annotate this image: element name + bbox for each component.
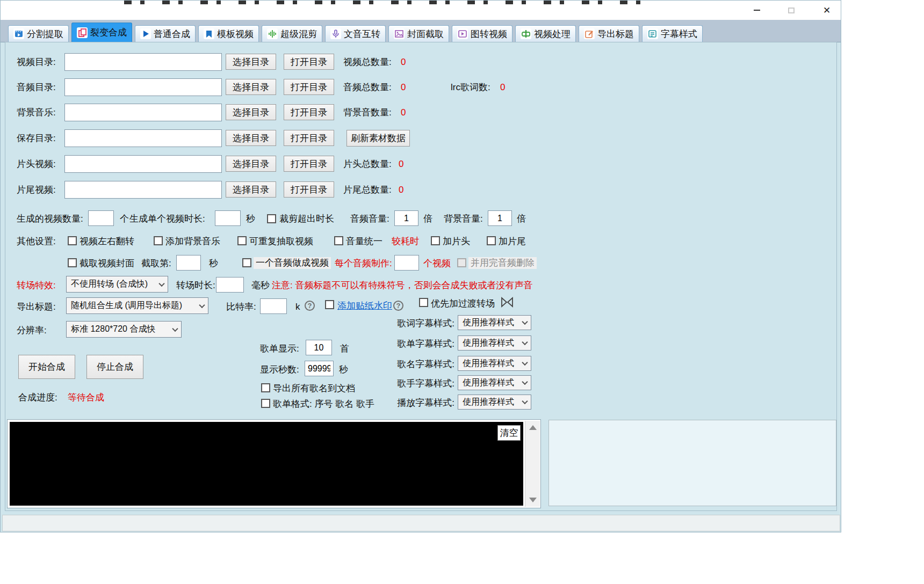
stop-compose-button[interactable]: 停止合成: [86, 355, 143, 379]
tab-cover-capture[interactable]: 封面截取: [388, 25, 449, 42]
tab-normal-compose[interactable]: 普通合成: [135, 25, 196, 42]
transition-dropdown[interactable]: 不使用转场 (合成快): [66, 276, 168, 293]
capture-cover-label: 截取视频封面: [80, 258, 134, 269]
scroll-down-icon[interactable]: [529, 498, 537, 502]
repeat-extract-checkbox[interactable]: [237, 236, 247, 245]
capture-cover-checkbox[interactable]: [68, 258, 77, 267]
playlist-show-unit: 首: [340, 344, 349, 354]
tab-video-process[interactable]: 视频处理: [515, 25, 576, 42]
scroll-up-icon[interactable]: [529, 425, 537, 430]
close-button[interactable]: ✕: [815, 3, 839, 18]
resolution-dropdown[interactable]: 标准 1280*720 合成快: [66, 321, 182, 338]
crop-overtime-checkbox[interactable]: [267, 214, 276, 223]
intro-dir-open-button[interactable]: 打开目录: [284, 156, 334, 172]
export-songnames-checkbox[interactable]: [261, 383, 270, 392]
tab-label: 文音互转: [344, 28, 380, 40]
flip-checkbox[interactable]: [68, 236, 77, 245]
audio-dir-select-button[interactable]: 选择目录: [226, 79, 276, 95]
clipped-title-artifact: [124, 1, 651, 4]
bitrate-input[interactable]: [260, 298, 287, 314]
add-intro-checkbox[interactable]: [431, 236, 440, 245]
bitrate-label: 比特率:: [226, 302, 256, 312]
tab-image-to-video[interactable]: 图转视频: [452, 25, 512, 42]
save-dir-input[interactable]: [64, 129, 222, 147]
intro-dir-input[interactable]: [64, 155, 222, 173]
tab-split-extract[interactable]: 分割提取: [8, 25, 69, 42]
maximize-button[interactable]: [779, 3, 803, 18]
sticker-watermark-link[interactable]: 添加贴纸水印: [337, 301, 392, 311]
singer-style-dropdown[interactable]: 使用推荐样式: [458, 375, 531, 390]
lyric-style-dropdown[interactable]: 使用推荐样式: [458, 315, 531, 330]
songname-style-dropdown[interactable]: 使用推荐样式: [458, 356, 531, 371]
copy-icon: [77, 27, 88, 38]
log-scrollbar[interactable]: [525, 421, 540, 507]
transition-duration-input[interactable]: [216, 277, 244, 293]
tab-export-title[interactable]: 导出标题: [579, 25, 639, 42]
audio-dir-open-button[interactable]: 打开目录: [284, 79, 334, 95]
bg-volume-input[interactable]: [488, 210, 512, 226]
audio-count-value: 0: [401, 82, 406, 93]
unify-volume-checkbox[interactable]: [334, 236, 343, 245]
sticker-help-icon[interactable]: ?: [393, 301, 403, 311]
bgm-count-label: 背景音数量:: [343, 107, 392, 118]
chevron-down-icon: [172, 325, 178, 331]
chevron-down-icon: [522, 360, 528, 366]
delete-used-audio-checkbox[interactable]: [457, 258, 466, 267]
capture-at-input[interactable]: [176, 255, 201, 271]
audio-volume-input[interactable]: [394, 210, 418, 226]
refresh-material-button[interactable]: 刷新素材数据: [346, 130, 410, 147]
tab-template-video[interactable]: 模板视频: [198, 25, 259, 42]
log-panel: 清空: [7, 419, 541, 508]
chevron-down-icon: [522, 398, 528, 404]
tab-fission-compose[interactable]: 裂变合成: [71, 23, 132, 42]
start-compose-button[interactable]: 开始合成: [18, 355, 75, 379]
bgm-dir-input[interactable]: [64, 104, 222, 121]
priority-transition-checkbox[interactable]: [419, 298, 428, 307]
playlist-style-value: 使用推荐样式: [463, 338, 514, 349]
play-style-dropdown[interactable]: 使用推荐样式: [458, 395, 531, 410]
save-dir-select-button[interactable]: 选择目录: [226, 130, 276, 146]
resolution-label: 分辨率:: [17, 325, 47, 336]
intro-count-value: 0: [399, 159, 403, 170]
playlist-format-checkbox[interactable]: [261, 399, 270, 408]
intro-dir-select-button[interactable]: 选择目录: [226, 156, 276, 172]
songname-style-value: 使用推荐样式: [463, 358, 514, 369]
one-audio-label: 一个音频做成视频: [254, 257, 331, 269]
outro-dir-select-button[interactable]: 选择目录: [226, 181, 276, 198]
chevron-down-icon: [522, 379, 528, 385]
gen-duration-input[interactable]: [215, 210, 241, 226]
per-audio-input[interactable]: [394, 255, 419, 271]
tab-label: 导出标题: [597, 28, 634, 40]
playlist-style-dropdown[interactable]: 使用推荐样式: [458, 335, 531, 351]
audio-dir-input[interactable]: [64, 78, 222, 96]
costly-note: 较耗时: [392, 236, 419, 247]
add-outro-checkbox[interactable]: [487, 236, 496, 245]
clear-log-button[interactable]: 清空: [497, 425, 521, 441]
minimize-button[interactable]: [745, 3, 769, 18]
process-icon: [521, 28, 531, 39]
save-dir-open-button[interactable]: 打开目录: [284, 130, 334, 146]
outro-dir-open-button[interactable]: 打开目录: [284, 181, 334, 198]
bgm-dir-select-button[interactable]: 选择目录: [226, 104, 276, 120]
bgm-dir-open-button[interactable]: 打开目录: [284, 104, 334, 120]
tab-text-audio-convert[interactable]: 文音互转: [325, 25, 386, 42]
gen-count-input[interactable]: [88, 210, 114, 226]
sticker-watermark-checkbox[interactable]: [325, 300, 334, 309]
log-output[interactable]: [10, 422, 523, 506]
lrc-count-value: 0: [500, 82, 505, 93]
add-bgm-checkbox[interactable]: [154, 236, 163, 245]
video-dir-input[interactable]: [64, 53, 222, 71]
tab-super-mix[interactable]: 超级混剪: [262, 25, 322, 42]
display-seconds-input[interactable]: [305, 361, 334, 376]
lrc-count-label: lrc歌词数:: [451, 82, 490, 93]
unify-volume-label: 音量统一: [346, 236, 382, 247]
video-dir-open-button[interactable]: 打开目录: [284, 54, 334, 70]
bitrate-help-icon[interactable]: ?: [305, 301, 315, 311]
export-title-dropdown[interactable]: 随机组合生成 (调用导出标题): [66, 297, 208, 314]
playlist-show-input[interactable]: [306, 340, 332, 355]
tab-subtitle-style[interactable]: 字幕样式: [642, 25, 703, 42]
outro-dir-input[interactable]: [64, 181, 222, 199]
one-audio-checkbox[interactable]: [242, 258, 251, 267]
tab-label: 分割提取: [27, 28, 63, 40]
video-dir-select-button[interactable]: 选择目录: [226, 54, 276, 70]
